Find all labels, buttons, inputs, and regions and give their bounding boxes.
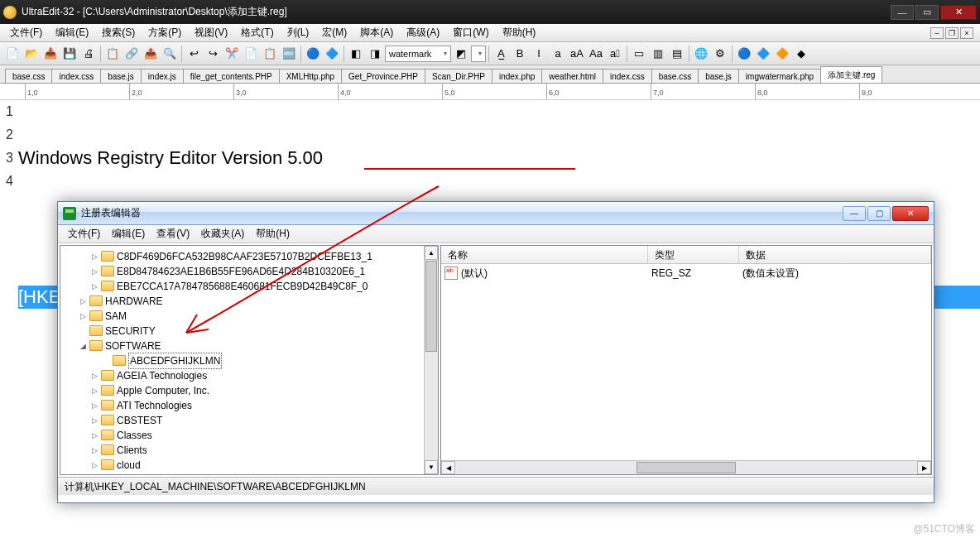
editor-tab[interactable]: base.js <box>698 69 739 83</box>
regedit-tree-pane[interactable]: ▷C8DF469D6FCA532B98CAAF23E57107B2DCEFBE1… <box>60 245 439 475</box>
toolbar-button[interactable]: 🔍 <box>161 45 179 63</box>
menu-item[interactable]: 文件(F) <box>5 24 47 41</box>
menu-item[interactable]: 脚本(A) <box>355 24 398 41</box>
toolbar-button[interactable]: 🔵 <box>304 45 322 63</box>
tree-node[interactable]: ▷EBE7CCA17A784785688E460681FECB9D42B49C8… <box>62 279 438 294</box>
toolbar-button[interactable]: 📋 <box>103 45 122 63</box>
scroll-up-button[interactable]: ▲ <box>425 246 438 260</box>
editor-tab[interactable]: imgwatermark.php <box>738 69 821 83</box>
regedit-menu-item[interactable]: 编辑(E) <box>107 225 150 243</box>
regedit-maximize-button[interactable]: ▢ <box>867 206 891 221</box>
regedit-minimize-button[interactable]: — <box>843 206 866 221</box>
toolbar-button[interactable]: aA <box>568 45 586 63</box>
toolbar-button[interactable]: ↩ <box>185 45 203 63</box>
scroll-left-button[interactable]: ◀ <box>441 461 455 474</box>
editor-tab[interactable]: Get_Province.PHP <box>341 69 425 83</box>
regedit-menu-item[interactable]: 查看(V) <box>151 225 195 243</box>
toolbar-button[interactable]: ▤ <box>668 45 686 63</box>
regedit-titlebar[interactable]: 注册表编辑器 — ▢ ✕ <box>58 202 934 225</box>
expand-icon[interactable]: ◢ <box>79 342 88 351</box>
toolbar-button[interactable]: 📤 <box>142 45 160 63</box>
toolbar-button[interactable]: 💾 <box>60 45 79 63</box>
regedit-window[interactable]: 注册表编辑器 — ▢ ✕ 文件(F)编辑(E)查看(V)收藏夹(A)帮助(H) … <box>57 201 934 503</box>
scroll-thumb-h[interactable] <box>637 462 736 473</box>
tree-node[interactable]: ▷cloudtmp <box>62 473 438 475</box>
menu-item[interactable]: 格式(T) <box>236 24 278 41</box>
toolbar-button[interactable]: a <box>549 45 567 63</box>
toolbar-button[interactable]: 📥 <box>41 45 60 63</box>
editor-tab[interactable]: 添加主键.reg <box>820 66 882 83</box>
close-button[interactable]: ✕ <box>940 5 977 20</box>
tree-node[interactable]: ▷Classes <box>62 428 438 443</box>
toolbar-button[interactable]: B <box>511 45 529 63</box>
expand-icon[interactable]: ▷ <box>90 416 99 425</box>
column-header-data[interactable]: 数据 <box>739 246 931 263</box>
scroll-track-h-left[interactable] <box>455 461 636 474</box>
scroll-track-h-right[interactable] <box>737 461 917 474</box>
expand-icon[interactable]: ▷ <box>90 431 99 440</box>
editor-tab[interactable]: file_get_contents.PHP <box>183 69 280 83</box>
toolbar-button[interactable]: 📋 <box>261 45 279 63</box>
tree-node[interactable]: ▷cloud <box>62 458 438 473</box>
toolbar-button[interactable]: ◩ <box>452 45 470 63</box>
expand-icon[interactable]: ▷ <box>90 252 99 262</box>
scroll-right-button[interactable]: ▶ <box>917 461 931 474</box>
toolbar-button[interactable]: 🔵 <box>735 45 753 63</box>
ue-editor[interactable]: 1234 Windows Registry Editor Version 5.0… <box>0 100 980 216</box>
scroll-thumb[interactable] <box>425 261 437 352</box>
toolbar-button[interactable]: ⚙ <box>711 45 729 63</box>
list-header[interactable]: 名称 类型 数据 <box>441 246 931 264</box>
toolbar-button[interactable]: ✂️ <box>223 45 241 63</box>
editor-tab[interactable]: base.js <box>100 69 142 83</box>
menu-item[interactable]: 帮助(H) <box>497 24 541 41</box>
toolbar-button[interactable]: 🔤 <box>280 45 298 63</box>
editor-tab[interactable]: base.css <box>5 69 52 83</box>
editor-tab[interactable]: Scan_Dir.PHP <box>425 69 492 83</box>
mdi-minimize-button[interactable]: – <box>930 27 944 39</box>
editor-tab[interactable]: index.php <box>492 69 542 83</box>
toolbar-button[interactable]: ◆ <box>792 45 810 63</box>
expand-icon[interactable]: ▷ <box>90 446 99 455</box>
menu-item[interactable]: 搜索(S) <box>97 24 140 41</box>
regedit-menu-item[interactable]: 收藏夹(A) <box>196 225 249 243</box>
toolbar-button[interactable]: 📄 <box>242 45 260 63</box>
list-body[interactable]: (默认)REG_SZ(数值未设置) <box>441 264 931 460</box>
tree-node[interactable]: ▷SAM <box>62 309 438 324</box>
expand-icon[interactable] <box>102 357 111 366</box>
toolbar-button[interactable]: I <box>530 45 548 63</box>
expand-icon[interactable] <box>79 327 88 336</box>
editor-tab[interactable]: index.css <box>603 69 652 83</box>
toolbar-button[interactable]: 🔶 <box>773 45 791 63</box>
editor-tab[interactable]: XMLHttp.php <box>279 69 342 83</box>
toolbar-combo-small[interactable] <box>471 46 486 62</box>
regedit-menu-item[interactable]: 文件(F) <box>63 225 105 243</box>
toolbar-button[interactable]: A̲ <box>492 45 510 63</box>
toolbar-combo[interactable]: watermark <box>385 46 451 62</box>
tree-node[interactable]: ◢SOFTWARE <box>62 339 438 353</box>
mdi-restore-button[interactable]: ❐ <box>945 27 958 39</box>
scroll-down-button[interactable]: ▼ <box>425 460 438 474</box>
expand-icon[interactable]: ▷ <box>90 372 99 381</box>
tree-vertical-scrollbar[interactable]: ▲ ▼ <box>424 246 438 474</box>
tree-node[interactable]: SECURITY <box>62 324 438 339</box>
editor-tab[interactable]: base.css <box>651 69 699 83</box>
expand-icon[interactable]: ▷ <box>90 461 99 470</box>
tree-node[interactable]: ABCEDFGHIJKLMN <box>62 353 438 368</box>
expand-icon[interactable]: ▷ <box>79 297 88 306</box>
toolbar-button[interactable]: 🌐 <box>692 45 710 63</box>
toolbar-button[interactable]: Aa <box>587 45 605 63</box>
toolbar-button[interactable]: 📂 <box>22 45 41 63</box>
expand-icon[interactable]: ▷ <box>90 401 99 411</box>
editor-tab[interactable]: index.js <box>141 69 184 83</box>
expand-icon[interactable]: ▷ <box>90 267 99 276</box>
toolbar-button[interactable]: 🖨 <box>79 45 98 63</box>
list-horizontal-scrollbar[interactable]: ◀ ▶ <box>441 460 931 474</box>
menu-item[interactable]: 编辑(E) <box>50 24 94 41</box>
toolbar-button[interactable]: 📄 <box>3 45 22 63</box>
menu-item[interactable]: 高级(A) <box>401 24 444 41</box>
tree-node[interactable]: ▷HARDWARE <box>62 294 438 309</box>
toolbar-button[interactable]: ↪ <box>204 45 222 63</box>
column-header-name[interactable]: 名称 <box>441 246 648 263</box>
menu-item[interactable]: 窗口(W) <box>448 24 493 41</box>
menu-item[interactable]: 方案(P) <box>143 24 186 41</box>
